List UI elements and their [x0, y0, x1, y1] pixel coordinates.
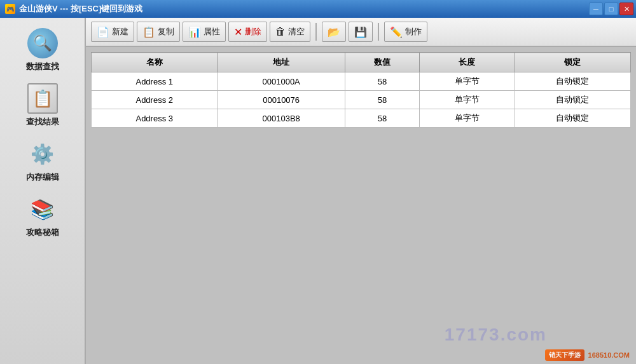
sidebar-label-search-result: 查找结果 — [26, 116, 59, 128]
col-header-value: 数值 — [345, 53, 419, 72]
minimize-button[interactable]: ─ — [589, 3, 603, 15]
cell-name: Address 3 — [92, 109, 218, 128]
cell-value: 58 — [345, 109, 419, 128]
data-search-icon — [27, 28, 58, 58]
delete-icon: ✕ — [234, 26, 242, 38]
memory-edit-icon — [27, 138, 58, 169]
sidebar-item-data-search[interactable]: 数据查找 — [4, 24, 81, 76]
window-controls: ─ □ ✕ — [589, 3, 633, 15]
table-row[interactable]: Address 20001007658单字节自动锁定 — [92, 91, 631, 109]
title-bar: 🎮 金山游侠V --- 按[ESC]键回到游戏 ─ □ ✕ — [0, 0, 636, 18]
strategy-icon — [27, 194, 58, 224]
cell-length: 单字节 — [420, 91, 515, 109]
col-header-lock: 锁定 — [515, 53, 630, 72]
data-table: 名称 地址 数值 长度 锁定 Address 10001000A58单字节自动锁… — [91, 52, 631, 128]
properties-label: 属性 — [204, 26, 220, 37]
toolbar-divider-2 — [378, 23, 379, 41]
cell-value: 58 — [345, 91, 419, 109]
restore-button[interactable]: □ — [604, 3, 618, 15]
delete-label: 删除 — [245, 26, 261, 37]
cell-lock: 自动锁定 — [515, 72, 630, 91]
save-button[interactable]: 💾 — [349, 22, 373, 42]
table-row[interactable]: Address 3000103B858单字节自动锁定 — [92, 109, 631, 128]
cell-lock: 自动锁定 — [515, 91, 630, 109]
save-file-button[interactable]: 📂 — [322, 22, 346, 42]
logo-badge: 销天下手游 — [545, 349, 584, 361]
cell-length: 单字节 — [420, 109, 515, 128]
search-result-icon — [27, 83, 58, 114]
logo-url: 168510.COM — [588, 351, 630, 359]
properties-icon: 📊 — [188, 26, 201, 38]
toolbar-divider — [315, 23, 317, 41]
close-button[interactable]: ✕ — [619, 3, 633, 15]
table-header-row: 名称 地址 数值 长度 锁定 — [92, 53, 631, 72]
sidebar-label-data-search: 数据查找 — [26, 61, 59, 72]
copy-icon: 📋 — [142, 26, 155, 38]
save-icon: 💾 — [354, 26, 367, 38]
cell-address: 00010076 — [218, 91, 345, 109]
sidebar: 数据查找 查找结果 内存编辑 攻略秘箱 — [0, 18, 86, 364]
clear-label: 清空 — [288, 26, 305, 37]
sidebar-label-strategy: 攻略秘箱 — [26, 227, 59, 238]
make-icon: ✏️ — [390, 26, 403, 38]
properties-button[interactable]: 📊 属性 — [183, 22, 226, 42]
sidebar-item-strategy[interactable]: 攻略秘箱 — [4, 190, 81, 242]
main-layout: 数据查找 查找结果 内存编辑 攻略秘箱 📄 新建 📋 复制 — [0, 18, 636, 364]
cell-name: Address 2 — [92, 91, 218, 109]
col-header-length: 长度 — [420, 53, 515, 72]
copy-label: 复制 — [158, 26, 174, 37]
title-text: 🎮 金山游侠V --- 按[ESC]键回到游戏 — [5, 3, 142, 15]
save-file-icon: 📂 — [328, 26, 340, 38]
sidebar-label-memory-edit: 内存编辑 — [26, 172, 59, 183]
new-label: 新建 — [112, 26, 128, 37]
content-area: 📄 新建 📋 复制 📊 属性 ✕ 删除 🗑 清空 📂 — [86, 18, 636, 364]
new-button[interactable]: 📄 新建 — [91, 22, 134, 42]
window-title: 金山游侠V --- 按[ESC]键回到游戏 — [19, 3, 142, 15]
cell-address: 000103B8 — [218, 109, 345, 128]
make-label: 制作 — [405, 26, 422, 37]
toolbar: 📄 新建 📋 复制 📊 属性 ✕ 删除 🗑 清空 📂 — [86, 18, 636, 47]
clear-button[interactable]: 🗑 清空 — [270, 22, 310, 42]
sidebar-item-memory-edit[interactable]: 内存编辑 — [4, 135, 81, 187]
cell-name: Address 1 — [92, 72, 218, 91]
make-button[interactable]: ✏️ 制作 — [384, 22, 427, 42]
cell-lock: 自动锁定 — [515, 109, 630, 128]
sidebar-item-search-result[interactable]: 查找结果 — [4, 79, 81, 131]
copy-button[interactable]: 📋 复制 — [137, 22, 180, 42]
app-icon: 🎮 — [5, 4, 15, 14]
table-row[interactable]: Address 10001000A58单字节自动锁定 — [92, 72, 631, 91]
table-container: 名称 地址 数值 长度 锁定 Address 10001000A58单字节自动锁… — [86, 47, 636, 364]
col-header-name: 名称 — [92, 53, 218, 72]
clear-icon: 🗑 — [275, 26, 286, 37]
new-icon: 📄 — [97, 26, 109, 38]
delete-button[interactable]: ✕ 删除 — [228, 22, 267, 42]
cell-length: 单字节 — [420, 72, 515, 91]
col-header-address: 地址 — [218, 53, 345, 72]
bottom-logo: 销天下手游 168510.COM — [545, 349, 630, 361]
cell-address: 0001000A — [218, 72, 345, 91]
cell-value: 58 — [345, 72, 419, 91]
